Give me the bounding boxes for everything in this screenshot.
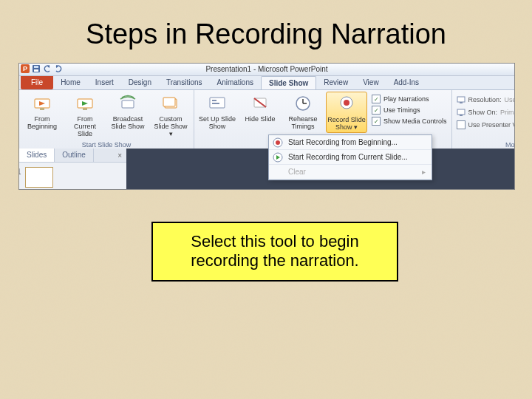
play-narrations-option[interactable]: ✓ Play Narrations (372, 95, 447, 103)
custom-slideshow-label: Custom Slide Show ▾ (151, 115, 190, 137)
svg-rect-12 (212, 103, 219, 104)
tab-animations[interactable]: Animations (210, 76, 261, 89)
instruction-callout: Select this tool to begin recording the … (151, 222, 398, 282)
setup-icon (207, 93, 228, 114)
tab-transitions[interactable]: Transitions (159, 76, 210, 89)
custom-slideshow-icon (160, 93, 181, 114)
record-dropdown: Start Recording from Beginning... Start … (268, 134, 432, 180)
file-tab[interactable]: File (21, 76, 53, 89)
show-on-setting[interactable]: Show On: Primary Monitor ▾ (457, 107, 515, 117)
broadcast-button[interactable]: Broadcast Slide Show (108, 92, 148, 132)
svg-rect-7 (122, 100, 134, 108)
svg-point-19 (344, 100, 349, 106)
redo-icon[interactable] (54, 64, 63, 73)
svg-rect-9 (163, 98, 175, 106)
show-on-value: Primary Monitor (500, 109, 515, 116)
show-media-label: Show Media Controls (383, 117, 447, 125)
svg-rect-21 (460, 102, 463, 103)
custom-slideshow-button[interactable]: Custom Slide Show ▾ (151, 92, 191, 139)
from-current-label: From Current Slide (66, 115, 104, 137)
use-timings-label: Use Timings (383, 106, 420, 114)
tab-insert[interactable]: Insert (88, 76, 121, 89)
close-icon[interactable]: × (113, 151, 126, 160)
save-icon[interactable] (32, 64, 41, 73)
monitor-icon (457, 108, 466, 117)
dd-label: Start Recording from Current Slide... (288, 153, 408, 161)
record-play-icon (272, 151, 284, 163)
setup-options: ✓ Play Narrations ✓ Use Timings ✓ Show M… (370, 92, 449, 129)
svg-rect-11 (212, 100, 216, 101)
from-beginning-button[interactable]: From Beginning (22, 92, 62, 132)
svg-rect-1 (34, 66, 38, 68)
hide-slide-label: Hide Slide (245, 115, 275, 123)
dd-label: Clear (288, 168, 306, 176)
ribbon: From Beginning From Current Slide Broadc… (19, 90, 514, 150)
tab-slide-show[interactable]: Slide Show (261, 76, 316, 89)
resolution-value: Use Current Resolution (505, 96, 515, 103)
from-current-button[interactable]: From Current Slide (65, 92, 105, 139)
slide-thumbnail[interactable]: 1 (25, 167, 53, 188)
hide-slide-button[interactable]: Hide Slide (240, 92, 280, 124)
tab-design[interactable]: Design (121, 76, 159, 89)
presenter-view-option[interactable]: ✓ Use Presenter View (457, 120, 515, 130)
checkbox-icon: ✓ (372, 117, 381, 126)
svg-rect-20 (457, 97, 465, 102)
presenter-view-label: Use Presenter View (468, 121, 515, 129)
dropdown-item-clear[interactable]: Clear ▸ (269, 165, 432, 180)
setup-button[interactable]: Set Up Slide Show (197, 92, 237, 132)
tab-home[interactable]: Home (53, 76, 88, 89)
svg-rect-2 (34, 69, 38, 72)
titlebar: P Presentation1 - Microsoft PowerPoint (19, 64, 514, 76)
powerpoint-window: P Presentation1 - Microsoft PowerPoint F… (18, 63, 515, 190)
svg-rect-22 (457, 109, 465, 115)
show-media-option[interactable]: ✓ Show Media Controls (372, 117, 447, 126)
dropdown-item-from-current[interactable]: Start Recording from Current Slide... (269, 150, 432, 165)
hide-slide-icon (250, 93, 270, 114)
dropdown-item-from-beginning[interactable]: Start Recording from Beginning... (269, 135, 432, 150)
svg-rect-4 (40, 108, 44, 110)
slide-title: Steps in Recording Narration (0, 18, 532, 50)
checkbox-icon: ✓ (372, 106, 381, 115)
rehearse-button[interactable]: Rehearse Timings (283, 92, 323, 132)
chevron-right-icon: ▸ (422, 168, 426, 176)
checkbox-icon: ✓ (372, 95, 381, 103)
broadcast-label: Broadcast Slide Show (109, 115, 147, 130)
undo-icon[interactable] (43, 64, 52, 73)
broadcast-icon (117, 93, 138, 114)
slide-number: 1 (18, 168, 21, 176)
svg-point-25 (276, 140, 280, 145)
pane-tabs: Slides Outline × (19, 149, 126, 163)
play-narrations-label: Play Narrations (383, 95, 429, 103)
tab-review[interactable]: Review (316, 76, 355, 89)
tab-add-ins[interactable]: Add-Ins (386, 76, 426, 89)
record-slideshow-button[interactable]: Record Slide Show ▾ (326, 92, 367, 133)
group-start-slide-show: From Beginning From Current Slide Broadc… (19, 90, 194, 149)
dd-label: Start Recording from Beginning... (288, 138, 398, 146)
tab-view[interactable]: View (355, 76, 386, 89)
from-beginning-label: From Beginning (23, 115, 61, 130)
record-icon (336, 94, 357, 115)
svg-rect-6 (83, 108, 87, 110)
checkbox-icon: ✓ (457, 120, 466, 129)
projector-play-icon (75, 93, 95, 114)
resolution-setting[interactable]: Resolution: Use Current Resolution ▾ (457, 95, 515, 105)
clock-icon (293, 93, 313, 114)
svg-rect-23 (460, 115, 463, 116)
monitor-icon (457, 95, 466, 104)
show-on-label: Show On: (468, 109, 498, 116)
rehearse-label: Rehearse Timings (284, 115, 322, 130)
quick-access-toolbar: P (21, 64, 63, 73)
pane-tab-outline[interactable]: Outline (55, 149, 94, 162)
pane-tab-slides[interactable]: Slides (19, 149, 55, 162)
projector-icon (32, 93, 52, 114)
use-timings-option[interactable]: ✓ Use Timings (372, 106, 447, 115)
app-icon: P (21, 64, 30, 73)
group-monitors: Resolution: Use Current Resolution ▾ Sho… (452, 90, 515, 149)
slides-pane: Slides Outline × 1 (19, 149, 127, 189)
ribbon-tabs: File Home Insert Design Transitions Anim… (19, 76, 514, 90)
window-title: Presentation1 - Microsoft PowerPoint (205, 65, 327, 73)
record-label: Record Slide Show ▾ (327, 116, 366, 131)
resolution-label: Resolution: (468, 96, 502, 103)
setup-label: Set Up Slide Show (198, 115, 236, 130)
record-icon (272, 137, 284, 149)
